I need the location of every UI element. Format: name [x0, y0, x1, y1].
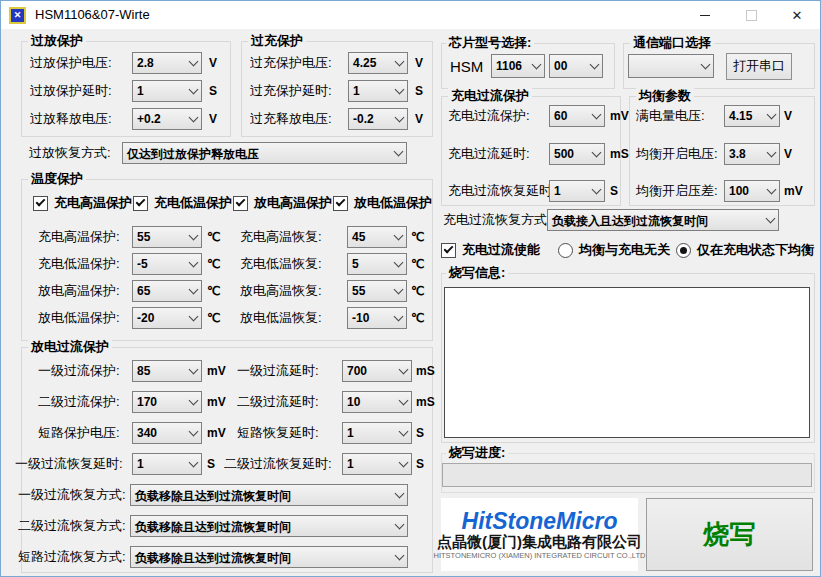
discharge-low-temp-recover-dropdown[interactable]: -10: [347, 307, 407, 329]
radio-label: 仅在充电状态下均衡: [697, 241, 814, 259]
discharge-low-temp-checkbox[interactable]: [333, 196, 348, 211]
chevron-down-icon: [185, 308, 201, 328]
chevron-down-icon: [395, 361, 411, 381]
minimize-button[interactable]: [682, 1, 728, 29]
discharge-high-temp-checkbox[interactable]: [233, 196, 248, 211]
balance-start-voltage-dropdown[interactable]: 3.8: [724, 143, 780, 165]
level1-oc-recover-delay-dropdown[interactable]: 1: [132, 453, 202, 475]
field-label: 放电低温恢复:: [240, 309, 347, 327]
burn-button[interactable]: 烧写: [646, 498, 813, 571]
overdischarge-recovery-mode-dropdown[interactable]: 仅达到过放保护释放电压: [122, 142, 407, 164]
charge-high-temp-protect-dropdown[interactable]: 55: [132, 226, 202, 248]
group-title: 过放保护: [28, 33, 86, 48]
balance-charging-only-radio[interactable]: [676, 243, 691, 258]
overdischarge-voltage-dropdown[interactable]: 2.8: [132, 52, 202, 74]
checkbox-label: 放电低温保护: [354, 194, 432, 212]
chevron-down-icon: [586, 55, 602, 77]
field-label: 过放释放电压:: [30, 110, 132, 128]
charge-low-temp-checkbox[interactable]: [133, 196, 148, 211]
chip-model-dropdown[interactable]: 1106: [491, 54, 545, 78]
unit-label: V: [415, 112, 423, 126]
charge-oc-enable-checkbox[interactable]: [441, 243, 456, 258]
field-label: 充电过流延时:: [448, 145, 549, 163]
field-label: 充电过流恢复方式:: [443, 211, 547, 229]
chevron-down-icon: [762, 210, 778, 230]
group-title: 放电过流保护: [28, 339, 112, 354]
discharge-high-temp-protect-dropdown[interactable]: 65: [132, 280, 202, 302]
maximize-icon: [746, 10, 757, 21]
unit-label: ℃: [207, 257, 220, 271]
chevron-down-icon: [697, 55, 713, 77]
charge-oc-protect-dropdown[interactable]: 60: [549, 105, 605, 127]
short-oc-recovery-mode-dropdown[interactable]: 负载移除且达到过流恢复时间: [130, 546, 408, 568]
radio-label: 均衡与充电无关: [579, 241, 670, 259]
unit-label: V: [784, 109, 792, 123]
chevron-down-icon: [391, 547, 407, 567]
com-port-dropdown[interactable]: [628, 54, 714, 78]
checkbox-label: 充电过流使能: [462, 241, 540, 259]
unit-label: V: [784, 147, 792, 161]
charge-low-temp-protect-dropdown[interactable]: -5: [132, 253, 202, 275]
chevron-down-icon: [390, 143, 406, 163]
field-label: 充电过流恢复延时:: [448, 182, 549, 200]
level2-oc-delay-dropdown[interactable]: 10: [342, 391, 412, 413]
level2-oc-recovery-mode-dropdown[interactable]: 负载移除且达到过流恢复时间: [130, 515, 408, 537]
field-label: 充电低温恢复:: [240, 255, 347, 273]
group-chip-model-select: 芯片型号选择: HSM 1106 00: [441, 43, 615, 89]
overcharge-voltage-dropdown[interactable]: 4.25: [348, 52, 408, 74]
level2-oc-protect-dropdown[interactable]: 170: [132, 391, 202, 413]
unit-label: S: [209, 84, 217, 98]
unit-label: S: [610, 184, 618, 198]
balance-independent-radio[interactable]: [558, 243, 573, 258]
field-label: 一级过流延时:: [237, 362, 342, 380]
chevron-down-icon: [390, 254, 406, 274]
group-discharge-overcurrent-protection: 放电过流保护 一级过流保护: 85 mV 一级过流延时: 700 mS 二级过流…: [21, 347, 433, 573]
unit-label: mV: [784, 184, 803, 198]
charge-low-temp-recover-dropdown[interactable]: 5: [347, 253, 407, 275]
charge-oc-recovery-mode-dropdown[interactable]: 负载接入且达到过流恢复时间: [547, 209, 779, 231]
maximize-button[interactable]: [728, 1, 774, 29]
field-label: 过放保护延时:: [30, 82, 132, 100]
full-voltage-dropdown[interactable]: 4.15: [724, 105, 780, 127]
chevron-down-icon: [185, 254, 201, 274]
discharge-low-temp-protect-dropdown[interactable]: -20: [132, 307, 202, 329]
unit-label: ℃: [207, 230, 220, 244]
short-recover-delay-dropdown[interactable]: 1: [342, 422, 412, 444]
overdischarge-release-voltage-dropdown[interactable]: +0.2: [132, 108, 202, 130]
group-title: 芯片型号选择:: [446, 35, 534, 50]
level1-oc-recovery-mode-dropdown[interactable]: 负载移除且达到过流恢复时间: [130, 484, 408, 506]
company-logo: HitStoneMicro 点晶微(厦门)集成电路有限公司 HITSTONEMI…: [441, 498, 638, 571]
burn-info-textarea[interactable]: [444, 287, 810, 438]
unit-label: mS: [416, 364, 435, 378]
level1-oc-protect-dropdown[interactable]: 85: [132, 360, 202, 382]
group-title: 充电过流保护: [448, 88, 532, 103]
charge-oc-recover-delay-dropdown[interactable]: 1: [549, 180, 605, 202]
checkbox-label: 充电高温保护: [54, 194, 132, 212]
chevron-down-icon: [391, 81, 407, 101]
chevron-down-icon: [588, 144, 604, 164]
chevron-down-icon: [390, 227, 406, 247]
overdischarge-delay-dropdown[interactable]: 1: [132, 80, 202, 102]
level1-oc-delay-dropdown[interactable]: 700: [342, 360, 412, 382]
overcharge-release-voltage-dropdown[interactable]: -0.2: [348, 108, 408, 130]
open-serial-button[interactable]: 打开串口: [726, 53, 792, 80]
charge-high-temp-checkbox[interactable]: [33, 196, 48, 211]
close-button[interactable]: ✕: [774, 1, 820, 29]
overcharge-delay-dropdown[interactable]: 1: [348, 80, 408, 102]
minimize-icon: [700, 15, 710, 16]
short-protect-voltage-dropdown[interactable]: 340: [132, 422, 202, 444]
close-icon: ✕: [792, 8, 803, 23]
balance-start-diff-dropdown[interactable]: 100: [724, 180, 780, 202]
burn-progress-bar: [442, 463, 812, 487]
group-burn-progress: 烧写进度:: [441, 453, 815, 493]
charge-high-temp-recover-dropdown[interactable]: 45: [347, 226, 407, 248]
field-label: 过充释放电压:: [250, 110, 348, 128]
field-label: 放电高温保护:: [38, 282, 132, 300]
chevron-down-icon: [185, 281, 201, 301]
app-icon[interactable]: ✕: [9, 7, 26, 24]
discharge-high-temp-recover-dropdown[interactable]: 55: [347, 280, 407, 302]
company-name-en: HITSTONEMICRO (XIAMEN) INTEGRATED CIRCUI…: [434, 551, 646, 560]
charge-oc-delay-dropdown[interactable]: 500: [549, 143, 605, 165]
level2-oc-recover-delay-dropdown[interactable]: 1: [342, 453, 412, 475]
chip-variant-dropdown[interactable]: 00: [549, 54, 603, 78]
